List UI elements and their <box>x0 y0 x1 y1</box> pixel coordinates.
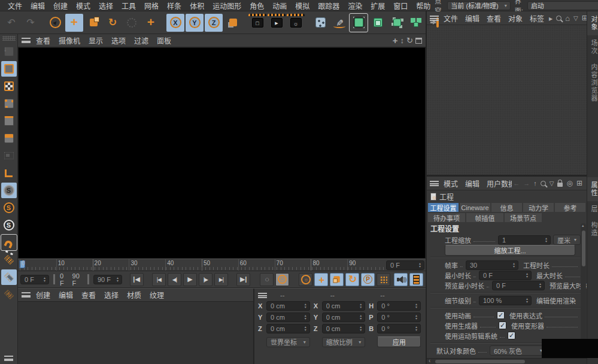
tab-structure[interactable]: 构造 <box>587 217 598 241</box>
fps-field[interactable]: 30 <box>466 260 518 270</box>
size-field[interactable]: 0 cm <box>322 324 366 333</box>
menu-item[interactable]: 运动图形 <box>208 1 245 11</box>
pan-view-icon[interactable] <box>393 35 398 46</box>
search-icon[interactable] <box>556 16 561 21</box>
attribute-menu-item[interactable]: 用户数据 <box>483 178 512 189</box>
horizontal-scrollbar[interactable] <box>427 358 587 364</box>
material-menu-item[interactable]: 创建 <box>32 290 54 300</box>
redo-button[interactable] <box>22 14 40 32</box>
object-menu-item[interactable]: 对象 <box>505 13 526 23</box>
x-axis-lock-button[interactable]: X <box>166 14 184 32</box>
spline-pen-button[interactable] <box>330 14 348 32</box>
current-frame-field[interactable]: 0 F <box>386 260 424 270</box>
subdivision-surface-button[interactable] <box>350 14 368 32</box>
spinner-icon[interactable] <box>524 298 530 304</box>
menu-item[interactable]: 编辑 <box>26 1 49 11</box>
enable-snap-button[interactable] <box>1 235 17 250</box>
last-tool-button[interactable] <box>123 14 141 32</box>
workplane-button[interactable] <box>1 252 17 268</box>
generator-button[interactable] <box>369 14 387 32</box>
apply-button[interactable]: 应用 <box>377 336 421 347</box>
next-frame-button[interactable]: |▶ <box>199 273 213 286</box>
section-title[interactable]: 工程设置 <box>430 225 581 235</box>
scale-mode-select[interactable]: 缩放比例 <box>322 337 366 347</box>
menu-item[interactable]: 帮助 <box>412 1 435 11</box>
attribute-menu-item[interactable]: 模式 <box>440 178 462 189</box>
spinner-icon[interactable] <box>511 262 517 268</box>
timeline-ruler[interactable]: 0102030405060708090 0 F <box>18 259 426 271</box>
min-time-field[interactable]: 0 F <box>479 271 532 280</box>
goto-end-button[interactable]: ▶| <box>236 273 250 286</box>
menu-item[interactable]: 跟踪器 <box>314 1 344 11</box>
size-field[interactable]: 0 cm <box>322 313 366 322</box>
size-field[interactable]: 0 cm <box>322 301 366 311</box>
spinner-icon[interactable] <box>358 314 363 320</box>
cloner-button[interactable] <box>407 14 425 32</box>
viewport-menu-item[interactable]: 查看 <box>32 35 54 46</box>
material-menu-item[interactable]: 编辑 <box>54 290 77 300</box>
tab-todo[interactable]: 待办事项 <box>428 213 465 222</box>
material-menu-item[interactable]: 纹理 <box>145 290 168 300</box>
object-menu-icon[interactable] <box>430 16 439 21</box>
rotate-tool-button[interactable] <box>104 14 122 32</box>
tab-scene-nodes[interactable]: 场景节点 <box>505 213 542 222</box>
scale-tool-button[interactable] <box>84 14 102 32</box>
menu-item[interactable]: 角色 <box>245 1 268 11</box>
attribute-menu-icon[interactable] <box>430 181 439 186</box>
lod-field[interactable]: 100 % <box>479 296 532 305</box>
menu-item[interactable]: 文件 <box>4 1 26 11</box>
object-menu-item[interactable]: 查看 <box>483 13 505 23</box>
spinner-icon[interactable] <box>414 314 419 320</box>
coordinate-system-button[interactable] <box>224 14 242 32</box>
vertical-scrollbar[interactable] <box>581 223 586 358</box>
move-tool-button[interactable] <box>65 14 83 32</box>
menu-item[interactable]: 模式 <box>72 1 95 11</box>
spinner-icon[interactable] <box>303 314 308 320</box>
search-icon[interactable] <box>541 181 546 186</box>
loop-end-field[interactable]: 90 F <box>93 275 122 284</box>
menu-item[interactable]: 网格 <box>140 1 163 11</box>
spinner-icon[interactable] <box>524 272 530 278</box>
prev-frame-button[interactable]: ◀| <box>168 273 181 286</box>
record-selection-button[interactable] <box>260 273 274 286</box>
tab-takes[interactable]: 场次 <box>587 35 598 59</box>
viewport-menu-item[interactable]: 面板 <box>153 35 175 46</box>
key-parameter-button[interactable] <box>361 273 375 286</box>
attribute-menu-item[interactable]: 编辑 <box>462 178 483 189</box>
edge-mode-button[interactable] <box>1 113 17 129</box>
spinner-icon[interactable] <box>115 277 120 283</box>
strip-menu-icon[interactable] <box>4 356 13 361</box>
project-scale-field[interactable]: 1 <box>498 235 551 245</box>
position-field[interactable]: 0 cm <box>266 313 310 322</box>
key-rotation-button[interactable] <box>345 273 359 286</box>
tab-attributes[interactable]: 属性 <box>587 177 598 201</box>
render-picture-viewer-button[interactable] <box>268 14 286 32</box>
viewport-menu-item[interactable]: 选项 <box>107 35 130 46</box>
viewport-menu-item[interactable]: 过滤 <box>130 35 153 46</box>
texture-mode-button[interactable] <box>1 78 17 94</box>
more-menus-icon[interactable] <box>549 14 553 22</box>
rotation-field[interactable]: 0 ° <box>377 301 421 311</box>
rotate-view-icon[interactable] <box>406 36 413 45</box>
loop-start-field[interactable]: 0 F <box>20 275 49 284</box>
toggle-view-icon[interactable] <box>415 38 422 44</box>
spinner-icon[interactable] <box>358 326 363 332</box>
menu-item[interactable]: 创建 <box>49 1 72 11</box>
lock-workplane-button[interactable] <box>1 269 17 285</box>
position-field[interactable]: 0 cm <box>266 324 310 333</box>
breadcrumb-label[interactable]: 工程 <box>439 192 454 202</box>
tab-project-settings[interactable]: 工程设置 <box>428 203 459 212</box>
interface-select[interactable]: 启动 <box>527 1 598 10</box>
rotation-field[interactable]: 0 ° <box>377 324 421 333</box>
autokey-button[interactable] <box>299 273 312 286</box>
strip-grip[interactable] <box>2 36 16 41</box>
default-color-select[interactable]: 60% 灰色 <box>490 345 547 356</box>
project-scale-unit-select[interactable]: 厘米 <box>553 235 581 245</box>
lock-icon[interactable] <box>557 183 563 187</box>
spinner-icon[interactable] <box>358 303 363 309</box>
object-tree-area[interactable] <box>427 25 587 175</box>
primitive-cube-button[interactable] <box>311 14 329 32</box>
material-menu-item[interactable]: 材质 <box>123 290 145 300</box>
spinner-icon[interactable] <box>417 262 423 268</box>
track-icon[interactable] <box>566 179 572 187</box>
